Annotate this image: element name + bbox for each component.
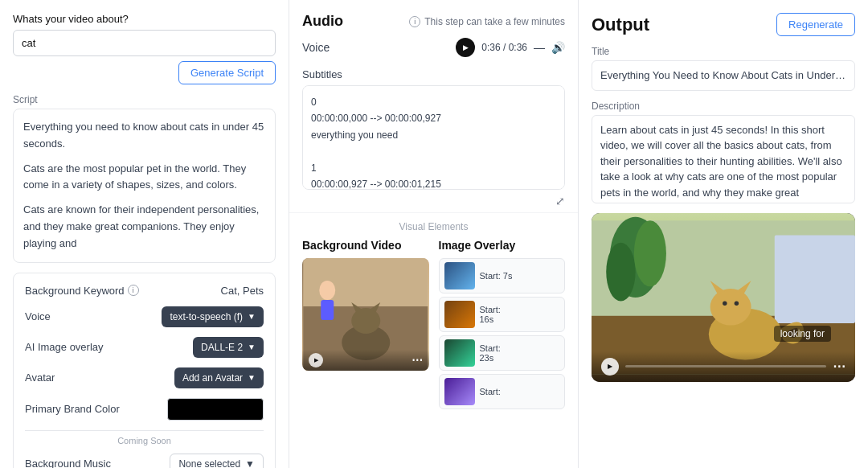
bg-video-label: Background Video — [302, 239, 429, 252]
avatar-label: Avatar — [25, 372, 55, 384]
avatar-dropdown[interactable]: Add an Avatar ▼ — [174, 367, 264, 388]
subtitle-time-0: 00:00:00,000 --> 00:00:00,927 — [311, 110, 556, 126]
visual-elements-header: Visual Elements — [289, 212, 578, 239]
avatar-row: Avatar Add an Avatar ▼ — [25, 367, 264, 388]
svg-rect-10 — [775, 235, 855, 322]
audio-play-button[interactable]: ▶ — [456, 38, 475, 57]
music-arrow-icon: ▼ — [245, 458, 255, 468]
ai-image-label: AI Image overlay — [25, 341, 104, 353]
coming-soon-divider: Coming Soon — [25, 430, 264, 454]
overlay-list: Start: 7s Start:16s Start:23s Start: — [439, 258, 566, 409]
bg-keyword-info-icon[interactable]: i — [128, 285, 139, 296]
music-dropdown[interactable]: None selected ▼ — [170, 454, 264, 468]
svg-point-15 — [710, 289, 751, 326]
video-placeholder: ▶ ⋯ — [302, 258, 429, 371]
overlay-item-1[interactable]: Start:16s — [439, 297, 566, 332]
overlay-item-0[interactable]: Start: 7s — [439, 258, 566, 294]
avatar-arrow-icon: ▼ — [248, 373, 256, 382]
ai-image-value: DALL-E 2 — [201, 342, 243, 353]
generate-script-button[interactable]: Generate Script — [178, 61, 276, 84]
overlay-thumb-2 — [444, 339, 475, 367]
music-row: Background Music None selected ▼ — [25, 454, 264, 468]
subtitle-text-0: everything you need — [311, 127, 556, 143]
overlay-start-1: Start:16s — [480, 305, 501, 324]
bg-video-controls: ▶ ⋯ — [302, 350, 429, 371]
subtitle-time-1: 00:00:00,927 --> 00:00:01,215 — [311, 176, 556, 190]
output-header: Output Regenerate — [592, 13, 855, 36]
step-info: i This step can take a few minutes — [409, 16, 565, 27]
voice-value: text-to-speech (f) — [170, 311, 243, 322]
video-progress-bar[interactable] — [625, 365, 826, 367]
right-panel: Output Regenerate Title Everything You N… — [579, 0, 868, 468]
output-description-value: Learn about cats in just 45 seconds! In … — [592, 115, 855, 203]
image-overlay-label: Image Overlay — [439, 239, 566, 252]
image-overlay-col: Image Overlay Start: 7s Start:16s Start:… — [439, 239, 566, 409]
brand-color-label: Primary Brand Color — [25, 403, 120, 415]
mid-header: Audio i This step can take a few minutes — [289, 0, 578, 38]
svg-point-18 — [723, 301, 727, 305]
ai-image-arrow-icon: ▼ — [248, 343, 256, 351]
description-field-label: Description — [592, 101, 855, 112]
music-value: None selected — [178, 458, 240, 468]
output-title-value: Everything You Need to Know About Cats i… — [592, 60, 855, 91]
overlay-item-3[interactable]: Start: — [439, 374, 566, 409]
visual-grid: Background Video — [289, 239, 578, 409]
voice-label: Voice — [25, 310, 51, 322]
subtitle-entry-1: 1 00:00:00,927 --> 00:00:01,215 — [311, 160, 556, 190]
expand-icon: ⤢ — [555, 195, 565, 207]
bg-play-icon: ▶ — [314, 357, 318, 363]
script-para-2: Cats are the most popular pet in the wor… — [23, 161, 265, 195]
video-play-button[interactable]: ▶ — [601, 358, 619, 376]
expand-subtitles-button[interactable]: ⤢ — [555, 195, 565, 207]
subtitle-index-0: 0 — [311, 94, 556, 110]
question-label: Whats your video about? — [13, 13, 276, 25]
subtitles-box[interactable]: 0 00:00:00,000 --> 00:00:00,927 everythi… — [302, 85, 565, 190]
bg-keyword-label: Background Keyword i — [25, 285, 139, 297]
audio-minus-icon[interactable]: — — [534, 41, 545, 54]
title-field-label: Title — [592, 46, 855, 57]
ai-image-row: AI Image overlay DALL-E 2 ▼ — [25, 337, 264, 358]
video-scene: looking for ▶ ⋯ — [592, 213, 855, 382]
music-label: Background Music — [25, 458, 111, 468]
svg-point-19 — [735, 301, 739, 305]
voice-row: Voice text-to-speech (f) ▼ — [25, 306, 264, 327]
voice-dropdown[interactable]: text-to-speech (f) ▼ — [162, 306, 264, 327]
overlay-thumb-3 — [444, 378, 475, 405]
bg-video-col: Background Video — [302, 239, 429, 409]
bg-keyword-value: Cat, Pets — [221, 285, 264, 297]
overlay-item-2[interactable]: Start:23s — [439, 335, 566, 371]
video-overlay-text: looking for — [774, 326, 831, 342]
settings-section: Background Keyword i Cat, Pets Voice tex… — [13, 273, 276, 468]
ai-image-dropdown[interactable]: DALL-E 2 ▼ — [193, 337, 264, 358]
bg-video-thumbnail: ▶ ⋯ — [302, 258, 429, 371]
script-box: Everything you need to know about cats i… — [13, 109, 276, 263]
bg-video-play-button[interactable]: ▶ — [309, 353, 323, 367]
regenerate-button[interactable]: Regenerate — [776, 13, 855, 36]
video-dots-icon[interactable]: ⋯ — [833, 359, 845, 374]
overlay-thumb-1 — [444, 301, 475, 328]
subtitles-label: Subtitles — [289, 68, 578, 85]
overlay-start-3: Start: — [480, 387, 501, 396]
svg-point-3 — [351, 308, 380, 334]
brand-color-swatch[interactable] — [167, 398, 264, 421]
audio-volume-icon[interactable]: 🔊 — [551, 41, 565, 54]
step-info-text: This step can take a few minutes — [424, 16, 565, 27]
bg-keyword-row: Background Keyword i Cat, Pets — [25, 285, 264, 297]
overlay-thumb-0 — [444, 262, 475, 289]
subtitle-entry-0: 0 00:00:00,000 --> 00:00:00,927 everythi… — [311, 94, 556, 143]
svg-rect-7 — [321, 300, 334, 320]
audio-controls: ▶ 0:36 / 0:36 — 🔊 — [456, 38, 565, 57]
video-bottom-bar: ▶ ⋯ — [592, 351, 855, 382]
voice-audio-label: Voice — [302, 41, 330, 54]
video-topic-input[interactable] — [13, 30, 276, 56]
play-icon: ▶ — [463, 43, 469, 51]
svg-point-12 — [606, 242, 635, 301]
left-panel: Whats your video about? Generate Script … — [0, 0, 289, 468]
voice-audio-row: Voice ▶ 0:36 / 0:36 — 🔊 — [289, 38, 578, 68]
script-para-3: Cats are known for their independent per… — [23, 202, 265, 252]
brand-color-row: Primary Brand Color — [25, 398, 264, 421]
subtitle-index-1: 1 — [311, 160, 556, 176]
vid-play-icon: ▶ — [608, 363, 612, 370]
script-para-1: Everything you need to know about cats i… — [23, 119, 265, 153]
bg-video-dots-icon[interactable]: ⋯ — [411, 354, 423, 367]
